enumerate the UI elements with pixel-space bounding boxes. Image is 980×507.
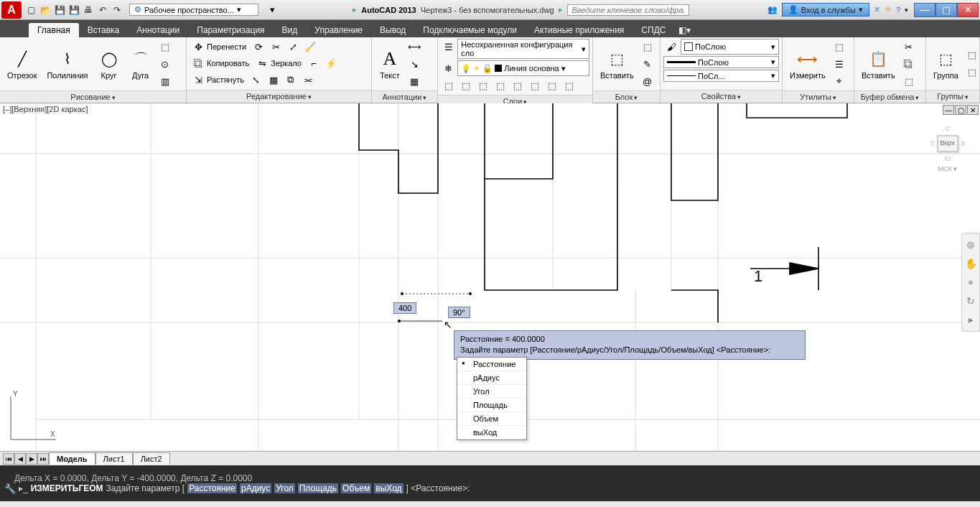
paste-button[interactable]: 📋Вставить — [857, 45, 900, 83]
saveas-icon[interactable]: 💾 — [67, 4, 80, 17]
orbit-icon[interactable]: ↻ — [963, 294, 978, 308]
table-icon[interactable]: ▦ — [406, 73, 422, 89]
block-attr-icon[interactable]: @ — [640, 73, 655, 89]
maximize-button[interactable]: ▢ — [935, 3, 957, 17]
exchange2-icon[interactable]: ⚛ — [885, 5, 892, 14]
option-exit[interactable]: выХод — [457, 426, 526, 439]
layout-sheet1[interactable]: Лист1 — [95, 452, 133, 465]
extend-icon[interactable]: ⤢ — [285, 39, 301, 55]
tab-view[interactable]: Вид — [274, 23, 307, 37]
option-angle[interactable]: Угол — [457, 385, 526, 399]
save-icon[interactable]: 💾 — [53, 4, 66, 17]
cmd-opt-exit[interactable]: выХод — [374, 483, 403, 493]
group-2-icon[interactable]: ⬚ — [964, 65, 980, 80]
join-icon[interactable]: ⫘ — [300, 72, 316, 88]
rotate-icon[interactable]: ⟳ — [251, 39, 266, 55]
tab-plugins[interactable]: Подключаемые модули — [414, 23, 526, 37]
tab-next-button[interactable]: ▶ — [26, 453, 37, 465]
option-radius[interactable]: рАдиус — [457, 371, 526, 385]
panel-modify-title[interactable]: Редактирование▾ — [187, 90, 371, 103]
circle-button[interactable]: ◯Круг — [94, 45, 124, 83]
plot-icon[interactable]: 🖶 — [82, 4, 95, 17]
viewport-label[interactable]: [–][Верхняя][2D каркас] — [3, 105, 88, 113]
panel-utilities-title[interactable]: Утилиты▾ — [783, 90, 854, 103]
minimize-button[interactable]: — — [914, 3, 935, 17]
mdi-close-button[interactable]: ✕ — [967, 105, 979, 115]
qat-dropdown[interactable]: ▾ — [264, 2, 280, 18]
tab-annotate[interactable]: Аннотации — [128, 23, 188, 37]
showmotion-icon[interactable]: ▸ — [963, 312, 978, 327]
measure-button[interactable]: ⟷Измерить — [785, 45, 830, 83]
new-icon[interactable]: ▢ — [24, 4, 37, 17]
panel-clipboard-title[interactable]: Буфер обмена▾ — [854, 90, 925, 103]
wrench-icon[interactable]: 🔧 — [4, 483, 16, 494]
layer-tool8-icon[interactable]: ⬚ — [561, 78, 577, 93]
util-3-icon[interactable]: ⌖ — [831, 73, 847, 89]
trim-icon[interactable]: ✂ — [268, 39, 284, 55]
panel-annotation-title[interactable]: Аннотации▾ — [372, 90, 437, 103]
panel-block-title[interactable]: Блок▾ — [593, 90, 660, 103]
tab-spds[interactable]: СПДС — [633, 23, 674, 37]
undo-icon[interactable]: ↶ — [96, 4, 109, 17]
text-button[interactable]: AТекст — [375, 45, 405, 83]
help-icon[interactable]: ? — [896, 6, 900, 14]
zoom-extents-icon[interactable]: ⌖ — [963, 275, 978, 289]
draw-extra2-icon[interactable]: ⊙ — [157, 56, 173, 72]
layer-config-dropdown[interactable]: Несохраненная конфигурация сло▾ — [457, 39, 589, 59]
scale-icon[interactable]: ⤡ — [248, 72, 264, 88]
insert-block-button[interactable]: ⬚Вставить — [596, 45, 638, 83]
title-right-arrow[interactable]: ▸ — [559, 5, 563, 14]
draw-extra1-icon[interactable]: ⬚ — [157, 39, 173, 55]
tab-last-button[interactable]: ⏭ — [37, 453, 49, 465]
panel-groups-title[interactable]: Группы▾ — [926, 90, 979, 103]
leader-icon[interactable]: ↘ — [406, 56, 422, 72]
exchange-icon[interactable]: ✕ — [874, 5, 880, 14]
group-button[interactable]: ⬚Группа — [929, 45, 963, 83]
layer-freeze-icon[interactable]: ❄ — [441, 60, 456, 76]
mdi-minimize-button[interactable]: — — [943, 105, 954, 115]
layer-props-icon[interactable]: ☰ — [441, 39, 456, 55]
view-cube[interactable]: С З Верх В Ю МСК ▾ — [923, 125, 973, 190]
tab-prev-button[interactable]: ◀ — [14, 453, 26, 465]
tab-output[interactable]: Вывод — [371, 23, 414, 37]
tab-first-button[interactable]: ⏮ — [3, 453, 14, 465]
open-icon[interactable]: 📂 — [39, 4, 52, 17]
offset-icon[interactable]: ⧉ — [283, 72, 299, 88]
fillet-icon[interactable]: ⌐ — [306, 55, 322, 71]
color-dropdown[interactable]: ПоСлою▾ — [681, 39, 779, 55]
command-line[interactable]: Дельта X = 0.0000, Дельта Y = -400.0000,… — [0, 465, 980, 501]
move-button[interactable]: ✥Перенести — [190, 39, 249, 55]
pan-icon[interactable]: ✋ — [963, 256, 978, 271]
cmd-opt-radius[interactable]: рАдиус — [240, 483, 271, 493]
mirror-button[interactable]: ⇋Зеркало — [253, 55, 304, 71]
workspace-dropdown[interactable]: ⚙ Рабочее пространство... ▾ — [129, 4, 258, 16]
play-icon[interactable]: ▸ — [353, 5, 357, 14]
copy-clip-icon[interactable]: ⿻ — [901, 56, 917, 72]
block-edit-icon[interactable]: ✎ — [640, 56, 655, 72]
layer-tool1-icon[interactable]: ⬚ — [441, 78, 457, 93]
tab-manage[interactable]: Управление — [306, 23, 371, 37]
option-area[interactable]: Площадь — [457, 399, 526, 412]
block-create-icon[interactable]: ⬚ — [640, 39, 655, 55]
linetype-dropdown[interactable]: ПоСл...▾ — [663, 70, 779, 82]
util-1-icon[interactable]: ⬚ — [831, 39, 847, 55]
cmd-opt-volume[interactable]: Объем — [341, 483, 371, 493]
copy-button[interactable]: ⿻Копировать — [190, 55, 252, 71]
clip-extra-icon[interactable]: ⬚ — [901, 73, 917, 89]
cut-icon[interactable]: ✂ — [901, 39, 917, 55]
login-button[interactable]: 👤 Вход в службы ▾ — [782, 3, 869, 17]
tab-parametric[interactable]: Параметризация — [188, 23, 273, 37]
panel-properties-title[interactable]: Свойства▾ — [661, 90, 782, 103]
cmd-opt-area[interactable]: Площадь — [298, 483, 338, 493]
app-logo[interactable]: A — [1, 1, 22, 19]
redo-icon[interactable]: ↷ — [111, 4, 123, 17]
search-input[interactable] — [567, 4, 689, 16]
viewport[interactable]: [–][Верхняя][2D каркас] — ▢ ✕ С З Верх В… — [0, 103, 980, 451]
close-button[interactable]: ✕ — [957, 3, 979, 17]
distance-value-box[interactable]: 400 — [393, 302, 416, 314]
lineweight-dropdown[interactable]: ПоСлою▾ — [663, 56, 779, 68]
arc-button[interactable]: ⌒Дуга — [126, 45, 156, 83]
stretch-button[interactable]: ⇲Растянуть — [190, 72, 247, 88]
layer-tool7-icon[interactable]: ⬚ — [544, 78, 560, 93]
panel-draw-title[interactable]: Рисование▾ — [0, 90, 186, 103]
